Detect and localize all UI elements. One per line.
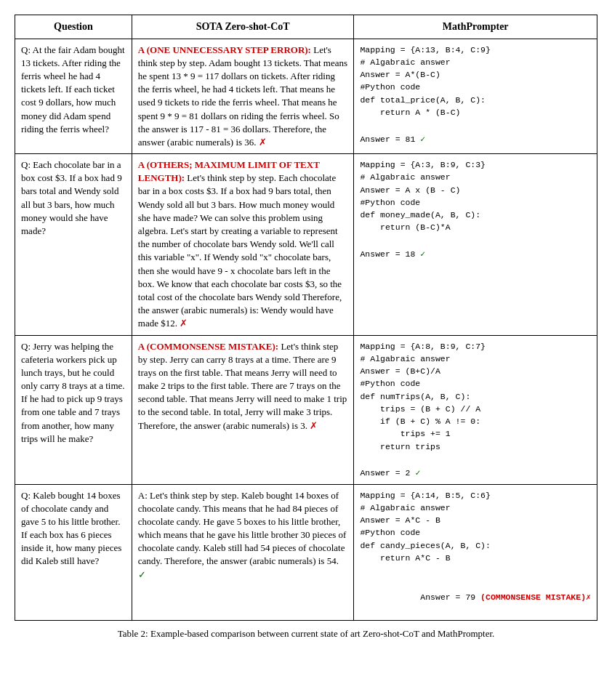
mp-comment2-3: #Python code (360, 377, 591, 390)
sota-body-4: Let's think step by step. Kaleb bought 1… (138, 490, 347, 567)
mp-return-4: return A*C - B (360, 552, 591, 564)
table-row: Q: Each chocolate bar in a box cost $3. … (15, 154, 597, 335)
mp-check-1: ✓ (420, 134, 425, 144)
mp-answer-line-3: Answer = (B+C)/A (360, 365, 591, 377)
mp-final-3: Answer = 2 ✓ (360, 467, 591, 479)
sota-cell-1: A (ONE UNNECESSARY STEP ERROR): Let's th… (132, 39, 354, 154)
mp-trips3-3: trips += 1 (360, 427, 591, 440)
sota-wrong-1: ✗ (259, 137, 267, 148)
mp-def-2: def money_made(A, B, C): (360, 209, 591, 221)
mp-mapping-1: Mapping = {A:13, B:4, C:9} (360, 44, 591, 56)
table-row: Q: Jerry was helping the cafeteria worke… (15, 335, 597, 484)
mp-content-3: Mapping = {A:8, B:9, C:7} # Algabraic an… (360, 340, 591, 480)
mp-comment-2: # Algabraic answer (360, 171, 591, 183)
header-mathprompter: MathPrompter (354, 15, 597, 39)
question-cell-3: Q: Jerry was helping the cafeteria worke… (15, 335, 132, 484)
mp-def-4: def candy_pieces(A, B, C): (360, 539, 591, 552)
mp-content-2: Mapping = {A:3, B:9, C:3} # Algabraic an… (360, 158, 591, 260)
mp-wrong-4: ✗ (586, 592, 591, 602)
question-cell-1: Q: At the fair Adam bought 13 tickets. A… (15, 39, 132, 154)
sota-body-1: Let's think step by step. Adam bought 13… (138, 44, 347, 148)
mp-comment-4: # Algabraic answer (360, 502, 591, 514)
mp-cell-3: Mapping = {A:8, B:9, C:7} # Algabraic an… (354, 335, 597, 484)
sota-body-2: Let's think step by step. Each chocolate… (138, 172, 342, 329)
mp-cell-4: Mapping = {A:14, B:5, C:6} # Algabraic a… (354, 484, 597, 621)
question-cell-4: Q: Kaleb bought 14 boxes of chocolate ca… (15, 484, 132, 621)
sota-wrong-2: ✗ (180, 318, 188, 329)
mp-comment2-2: #Python code (360, 196, 591, 209)
sota-cell-3: A (COMMONSENSE MISTAKE): Let's think ste… (132, 335, 354, 484)
table-row: Q: At the fair Adam bought 13 tickets. A… (15, 39, 597, 154)
mp-check-3: ✓ (415, 468, 420, 478)
mp-trips1-3: trips = (B + C) // A (360, 403, 591, 415)
mp-return-1: return A * (B-C) (360, 106, 591, 118)
sota-cell-4: A: Let's think step by step. Kaleb bough… (132, 484, 354, 621)
mp-answer-line-1: Answer = A*(B-C) (360, 68, 591, 81)
mp-answer-line-4: Answer = A*C - B (360, 514, 591, 526)
mp-cell-2: Mapping = {A:3, B:9, C:3} # Algabraic an… (354, 154, 597, 335)
sota-body-3: Let's think step by step. Jerry can carr… (138, 341, 347, 431)
mp-def-3: def numTrips(A, B, C): (360, 390, 591, 403)
header-question: Question (15, 15, 132, 39)
mp-error-label-4: (COMMONSENSE MISTAKE) (480, 592, 586, 602)
mp-final-2: Answer = 18 ✓ (360, 248, 591, 260)
comparison-table: Question SOTA Zero-shot-CoT MathPrompter… (15, 15, 597, 621)
mp-mapping-4: Mapping = {A:14, B:5, C:6} (360, 489, 591, 502)
mp-mapping-3: Mapping = {A:8, B:9, C:7} (360, 340, 591, 353)
mp-comment-3: # Algabraic answer (360, 353, 591, 365)
mp-return-2: return (B-C)*A (360, 221, 591, 233)
mp-trips4-3: return trips (360, 440, 591, 453)
mp-check-2: ✓ (420, 249, 425, 259)
mp-content-4: Mapping = {A:14, B:5, C:6} # Algabraic a… (360, 489, 591, 616)
mp-comment2-4: #Python code (360, 526, 591, 539)
mp-trips2-3: if (B + C) % A != 0: (360, 415, 591, 427)
mp-final-1: Answer = 81 ✓ (360, 133, 591, 145)
table-row: Q: Kaleb bought 14 boxes of chocolate ca… (15, 484, 597, 621)
mp-mapping-2: Mapping = {A:3, B:9, C:3} (360, 158, 591, 171)
question-cell-2: Q: Each chocolate bar in a box cost $3. … (15, 154, 132, 335)
mp-content-1: Mapping = {A:13, B:4, C:9} # Algabraic a… (360, 44, 591, 145)
mp-comment2-1: #Python code (360, 81, 591, 93)
sota-wrong-3: ✗ (310, 420, 318, 431)
sota-correct-4: ✓ (138, 569, 146, 580)
mp-cell-1: Mapping = {A:13, B:4, C:9} # Algabraic a… (354, 39, 597, 154)
mp-comment-1: # Algabraic answer (360, 56, 591, 68)
table-caption: Table 2: Example-based comparison betwee… (15, 628, 597, 640)
mp-answer-line-2: Answer = A x (B - C) (360, 184, 591, 196)
sota-cell-2: A (OTHERS; MAXIMUM LIMIT OF TEXT LENGTH)… (132, 154, 354, 335)
mp-final-4: Answer = 79 (COMMONSENSE MISTAKE)✗ (360, 579, 591, 616)
header-sota: SOTA Zero-shot-CoT (132, 15, 354, 39)
mp-def-1: def total_price(A, B, C): (360, 94, 591, 106)
sota-error-label-3: A (COMMONSENSE MISTAKE): (138, 341, 278, 352)
sota-label-4: A: (138, 490, 148, 501)
sota-error-label-1: A (ONE UNNECESSARY STEP ERROR): (138, 44, 311, 55)
